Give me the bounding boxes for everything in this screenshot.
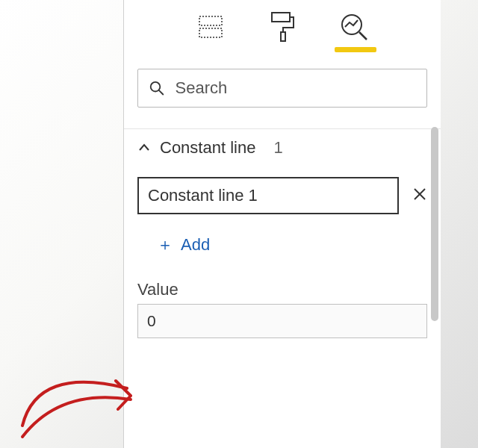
section-count: 1 bbox=[273, 138, 282, 158]
scrollbar-thumb[interactable] bbox=[431, 127, 438, 321]
svg-rect-2 bbox=[272, 13, 290, 22]
section-title: Constant line bbox=[160, 138, 255, 158]
search-input[interactable] bbox=[176, 78, 416, 98]
chevron-up-icon bbox=[137, 141, 151, 155]
value-field-container bbox=[137, 304, 427, 338]
svg-rect-1 bbox=[199, 28, 222, 37]
analytics-tab[interactable] bbox=[336, 9, 372, 45]
add-label: Add bbox=[181, 235, 210, 255]
plus-icon: ＋ bbox=[157, 234, 173, 256]
constant-line-item-row: Constant line 1 bbox=[137, 177, 427, 214]
table-icon bbox=[197, 13, 224, 40]
constant-line-section-header[interactable]: Constant line 1 bbox=[124, 128, 441, 167]
format-tab[interactable] bbox=[264, 9, 300, 45]
svg-rect-3 bbox=[281, 32, 285, 41]
analytics-chart-icon bbox=[339, 12, 369, 42]
value-field-label: Value bbox=[137, 280, 427, 299]
search-icon bbox=[149, 79, 165, 97]
add-constant-line-button[interactable]: ＋ Add bbox=[157, 234, 427, 256]
fields-tab[interactable] bbox=[193, 9, 229, 45]
constant-line-item[interactable]: Constant line 1 bbox=[137, 177, 399, 214]
close-icon bbox=[412, 187, 427, 202]
search-box[interactable] bbox=[137, 69, 427, 108]
svg-rect-0 bbox=[199, 16, 222, 25]
svg-line-5 bbox=[359, 32, 367, 40]
svg-point-6 bbox=[151, 82, 161, 92]
pane-tabs bbox=[124, 6, 441, 54]
paint-roller-icon bbox=[269, 11, 296, 43]
delete-item-button[interactable] bbox=[412, 187, 427, 205]
svg-line-7 bbox=[159, 90, 164, 95]
analytics-panel: Constant line 1 Constant line 1 ＋ Add Va… bbox=[123, 0, 441, 448]
search-container bbox=[137, 69, 427, 108]
value-input[interactable] bbox=[137, 304, 427, 338]
